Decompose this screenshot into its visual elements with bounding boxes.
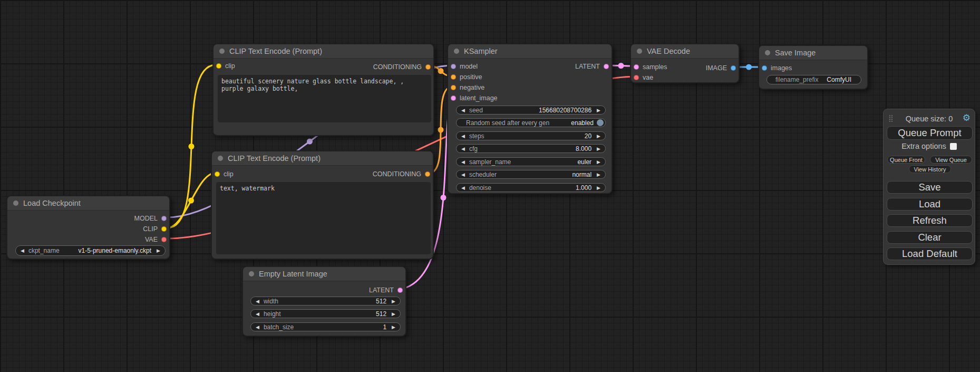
increment-arrow-icon[interactable]: ▶ — [597, 159, 600, 165]
collapse-dot-icon[interactable] — [637, 49, 642, 54]
decrement-arrow-icon[interactable]: ◀ — [461, 108, 465, 113]
decrement-arrow-icon[interactable]: ◀ — [256, 299, 259, 304]
widget-cfg[interactable]: ◀cfg8.000▶ — [456, 144, 606, 153]
output-dot-conditioning[interactable] — [425, 171, 430, 177]
input-dot-vae[interactable] — [634, 75, 639, 80]
node-save-image[interactable]: Save Imageimagesfilename_prefixComfyUI — [758, 45, 868, 90]
input-slot-images[interactable]: images — [762, 63, 792, 73]
node-title-bar[interactable]: Empty Latent Image — [243, 267, 405, 281]
refresh-button[interactable]: Refresh — [887, 214, 973, 227]
input-dot-samples[interactable] — [634, 64, 639, 70]
extra-options-checkbox[interactable] — [950, 143, 957, 150]
widget-filename_prefix[interactable]: filename_prefixComfyUI — [766, 75, 861, 84]
node-title-bar[interactable]: VAE Decode — [631, 44, 739, 59]
node-title-bar[interactable]: CLIP Text Encode (Prompt) — [212, 151, 433, 166]
queue-prompt-button[interactable]: Queue Prompt — [887, 126, 973, 140]
decrement-arrow-icon[interactable]: ◀ — [461, 146, 465, 151]
collapse-dot-icon[interactable] — [218, 156, 223, 161]
output-slot-image[interactable]: IMAGE — [706, 63, 736, 73]
node-load-checkpoint[interactable]: Load CheckpointMODELCLIPVAE◀ckpt_namev1-… — [6, 195, 170, 260]
input-dot-negative[interactable] — [451, 85, 456, 90]
queue-panel[interactable]: ⣿ Queue size: 0 ⚙ Queue Prompt Extra opt… — [883, 109, 975, 265]
load-default-button[interactable]: Load Default — [887, 247, 973, 260]
queue-front-button[interactable]: Queue Front — [887, 156, 925, 164]
view-queue-button[interactable]: View Queue — [930, 156, 972, 164]
collapse-dot-icon[interactable] — [219, 49, 225, 54]
input-slot-clip[interactable]: clip — [216, 61, 235, 71]
widget-sampler_name[interactable]: ◀sampler_nameeuler▶ — [456, 157, 606, 166]
decrement-arrow-icon[interactable]: ◀ — [21, 248, 24, 253]
node-ksampler[interactable]: KSamplermodelpositivenegativelatent_imag… — [447, 43, 613, 194]
node-empty-latent-image[interactable]: Empty Latent ImageLATENT◀width512▶◀heigh… — [242, 266, 406, 337]
widget-scheduler[interactable]: ◀schedulernormal▶ — [456, 170, 606, 179]
output-slot-vae[interactable]: VAE — [145, 234, 167, 245]
output-slot-latent[interactable]: LATENT — [575, 61, 609, 72]
input-slot-model[interactable]: model — [451, 61, 478, 72]
input-dot-clip[interactable] — [216, 63, 221, 69]
decrement-arrow-icon[interactable]: ◀ — [461, 133, 465, 139]
decrement-arrow-icon[interactable]: ◀ — [461, 185, 465, 190]
decrement-arrow-icon[interactable]: ◀ — [461, 172, 465, 177]
input-dot-images[interactable] — [762, 65, 767, 71]
input-dot-model[interactable] — [451, 64, 456, 69]
widget-steps[interactable]: ◀steps20▶ — [456, 131, 606, 140]
input-slot-latent_image[interactable]: latent_image — [451, 93, 498, 103]
output-slot-clip[interactable]: CLIP — [143, 224, 167, 234]
view-history-button[interactable]: View History — [909, 165, 951, 173]
node-title-bar[interactable]: Load Checkpoint — [7, 196, 169, 211]
input-dot-clip[interactable] — [215, 171, 220, 177]
output-slot-conditioning[interactable]: CONDITIONING — [373, 62, 431, 72]
node-vae-decode[interactable]: VAE DecodesamplesvaeIMAGE — [630, 43, 740, 83]
widget-random-seed-after-every-gen[interactable]: Random seed after every genenabled — [456, 118, 606, 127]
widget-width[interactable]: ◀width512▶ — [250, 297, 401, 306]
collapse-dot-icon[interactable] — [765, 50, 770, 55]
widget-ckpt_name[interactable]: ◀ckpt_namev1-5-pruned-emaonly.ckpt▶ — [15, 245, 166, 256]
gear-icon[interactable]: ⚙ — [963, 113, 971, 123]
input-slot-vae[interactable]: vae — [634, 72, 653, 83]
output-dot-model[interactable] — [161, 216, 167, 221]
node-clip-text-encode-positive[interactable]: CLIP Text Encode (Prompt)clipCONDITIONIN… — [212, 43, 434, 136]
output-slot-conditioning[interactable]: CONDITIONING — [373, 169, 430, 179]
widget-denoise[interactable]: ◀denoise1.000▶ — [456, 183, 606, 192]
clear-button[interactable]: Clear — [887, 231, 973, 244]
collapse-dot-icon[interactable] — [454, 49, 459, 54]
node-title-bar[interactable]: Save Image — [759, 46, 867, 60]
decrement-arrow-icon[interactable]: ◀ — [256, 311, 259, 317]
node-graph-canvas[interactable]: Load CheckpointMODELCLIPVAE◀ckpt_namev1-… — [0, 0, 980, 372]
increment-arrow-icon[interactable]: ▶ — [597, 172, 600, 177]
decrement-arrow-icon[interactable]: ◀ — [461, 159, 465, 165]
output-dot-vae[interactable] — [161, 237, 167, 242]
node-title-bar[interactable]: KSampler — [448, 44, 612, 59]
decrement-arrow-icon[interactable]: ◀ — [256, 325, 259, 330]
output-dot-clip[interactable] — [161, 226, 167, 232]
increment-arrow-icon[interactable]: ▶ — [597, 108, 600, 113]
output-dot-latent[interactable] — [397, 288, 403, 293]
increment-arrow-icon[interactable]: ▶ — [597, 185, 600, 190]
output-slot-model[interactable]: MODEL — [134, 213, 167, 224]
widget-batch_size[interactable]: ◀batch_size1▶ — [250, 322, 401, 331]
collapse-dot-icon[interactable] — [13, 201, 18, 206]
load-button[interactable]: Load — [887, 198, 973, 211]
toggle-dot[interactable] — [597, 119, 604, 126]
increment-arrow-icon[interactable]: ▶ — [597, 146, 600, 151]
increment-arrow-icon[interactable]: ▶ — [392, 311, 395, 317]
prompt-text-input[interactable]: beautiful scenery nature glass bottle la… — [218, 75, 431, 122]
increment-arrow-icon[interactable]: ▶ — [392, 299, 395, 304]
input-slot-clip[interactable]: clip — [215, 169, 234, 179]
input-slot-samples[interactable]: samples — [634, 62, 667, 72]
node-clip-text-encode-negative[interactable]: CLIP Text Encode (Prompt)clipCONDITIONIN… — [211, 150, 434, 260]
widget-height[interactable]: ◀height512▶ — [250, 309, 401, 318]
prompt-text-input[interactable]: text, watermark — [216, 182, 431, 254]
input-dot-latent_image[interactable] — [451, 96, 456, 101]
output-dot-conditioning[interactable] — [425, 64, 431, 70]
input-slot-negative[interactable]: negative — [451, 82, 484, 93]
output-slot-latent[interactable]: LATENT — [369, 285, 403, 295]
input-dot-positive[interactable] — [451, 74, 456, 80]
increment-arrow-icon[interactable]: ▶ — [597, 133, 600, 139]
increment-arrow-icon[interactable]: ▶ — [392, 325, 395, 330]
increment-arrow-icon[interactable]: ▶ — [157, 248, 160, 253]
collapse-dot-icon[interactable] — [249, 271, 254, 276]
save-button[interactable]: Save — [887, 181, 973, 194]
node-title-bar[interactable]: CLIP Text Encode (Prompt) — [214, 44, 433, 59]
input-slot-positive[interactable]: positive — [451, 72, 482, 82]
